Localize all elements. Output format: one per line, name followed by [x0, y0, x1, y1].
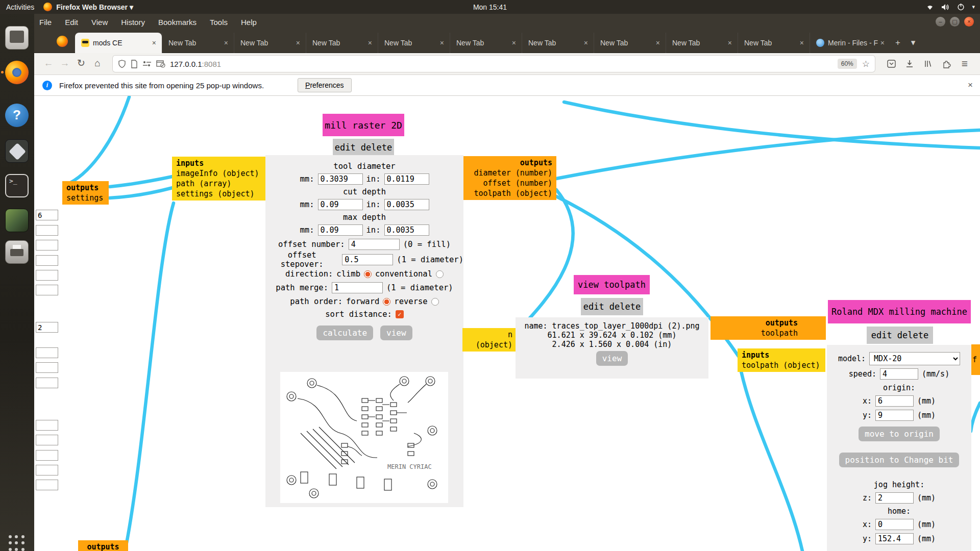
max-depth-mm-field[interactable] [318, 224, 363, 236]
clock[interactable]: Mon 15:41 [473, 3, 507, 11]
origin-y-field[interactable] [875, 410, 914, 421]
tab-new-7[interactable]: New Tab× [594, 33, 666, 53]
tab-new-8[interactable]: New Tab× [666, 33, 738, 53]
move-to-origin-button[interactable]: move to origin [859, 427, 940, 441]
mods-canvas[interactable]: outputs settings outputs mill raster 2D … [34, 96, 980, 551]
tool-diameter-mm-field[interactable] [318, 173, 363, 185]
left-module-field[interactable] [36, 420, 58, 431]
menu-history[interactable]: History [121, 18, 145, 27]
url-text[interactable]: 127.0.0.1:8081 [170, 60, 221, 68]
left-module-field[interactable] [36, 322, 58, 333]
roland-mdx-header[interactable]: Roland MDX milling machine [828, 300, 971, 323]
tab-close-icon[interactable]: × [879, 39, 886, 47]
left-module-field[interactable] [36, 225, 58, 236]
view-button[interactable]: view [380, 325, 412, 340]
maximize-button[interactable]: ▢ [950, 17, 960, 27]
tab-new-9[interactable]: New Tab× [738, 33, 810, 53]
dock-files-icon[interactable] [5, 26, 29, 49]
dock-photos-icon[interactable] [5, 209, 29, 232]
view-toolpath-header[interactable]: view toolpath [574, 275, 650, 294]
calculate-button[interactable]: calculate [316, 325, 373, 340]
tab-close-icon[interactable]: × [295, 39, 302, 47]
right-module-outputs-box-clipped[interactable]: f [971, 344, 980, 375]
cut-depth-mm-field[interactable] [318, 199, 363, 210]
menu-bookmarks[interactable]: Bookmarks [158, 18, 197, 27]
menu-help[interactable]: Help [241, 18, 257, 27]
menu-view[interactable]: View [91, 18, 108, 27]
view-toolpath-inputs-box-clipped[interactable]: n (object) [462, 328, 517, 352]
left-module-field[interactable] [36, 210, 58, 220]
output-port-toolpath[interactable]: toolpath [761, 329, 798, 338]
page-icon[interactable] [131, 60, 138, 68]
home-x-field[interactable] [875, 519, 914, 530]
climb-radio[interactable] [364, 270, 372, 278]
menu-edit[interactable]: Edit [65, 18, 78, 27]
view-toolpath-view-button[interactable]: view [596, 351, 628, 366]
show-applications-button[interactable] [9, 535, 25, 551]
home-y-field[interactable] [875, 533, 914, 544]
menu-tools[interactable]: Tools [210, 18, 228, 27]
reverse-radio[interactable] [431, 298, 439, 306]
extensions-icon[interactable] [937, 56, 955, 72]
forward-icon[interactable]: → [57, 56, 73, 72]
tab-new-6[interactable]: New Tab× [522, 33, 594, 53]
app-menu-button[interactable]: Firefox Web Browser ▾ [56, 3, 133, 11]
tab-new-2[interactable]: New Tab× [234, 33, 306, 53]
left-module-outputs-box[interactable]: outputs settings [62, 181, 109, 205]
tab-close-icon[interactable]: × [726, 39, 733, 47]
forward-radio[interactable] [383, 298, 390, 306]
tab-mods-ce[interactable]: mods CE × [75, 33, 162, 53]
cut-depth-in-field[interactable] [384, 199, 429, 210]
left-module-field[interactable] [36, 285, 58, 295]
mill-raster-outputs-box[interactable]: outputs diameter (number) offset (number… [462, 156, 556, 200]
zoom-level-badge[interactable]: 60% [838, 59, 857, 69]
max-depth-in-field[interactable] [384, 224, 429, 236]
delete-button[interactable]: delete [361, 142, 392, 153]
output-port-toolpath[interactable]: toolpath (object) [474, 189, 552, 198]
back-icon[interactable]: ← [40, 56, 57, 72]
tab-new-4[interactable]: New Tab× [378, 33, 450, 53]
tab-new-5[interactable]: New Tab× [450, 33, 522, 53]
edit-button[interactable]: edit [583, 302, 604, 312]
delete-button[interactable]: delete [609, 302, 641, 312]
left-module-field[interactable] [36, 240, 58, 251]
delete-button[interactable]: delete [897, 330, 928, 340]
left-module-field[interactable] [36, 435, 58, 445]
roland-inputs-box[interactable]: inputs toolpath (object) [738, 348, 825, 372]
edit-button[interactable]: edit [335, 142, 356, 153]
speed-field[interactable] [880, 368, 918, 380]
tab-merin-files[interactable]: Merin - Files - F × [810, 33, 890, 53]
left-module-field[interactable] [36, 465, 58, 475]
notification-close-icon[interactable]: × [968, 80, 973, 90]
left-module-field[interactable] [36, 255, 58, 266]
tab-close-icon[interactable]: × [151, 39, 158, 47]
offset-stepover-field[interactable] [342, 254, 393, 265]
activities-button[interactable]: Activities [6, 3, 34, 11]
mill-raster-inputs-box[interactable]: inputs imageInfo (object) path (array) s… [172, 157, 266, 201]
edit-button[interactable]: edit [871, 330, 892, 340]
preferences-button[interactable]: Preferences [298, 78, 352, 92]
system-tray[interactable]: ▾ [926, 0, 975, 14]
view-toolpath-outputs-box[interactable]: outputs toolpath [710, 316, 826, 340]
tab-close-icon[interactable]: × [582, 39, 590, 47]
new-tab-button[interactable]: + [890, 33, 905, 53]
shield-icon[interactable] [118, 60, 126, 68]
left-module-field[interactable] [36, 378, 58, 388]
dock-inkscape-icon[interactable] [5, 139, 29, 163]
toolpath-preview-image[interactable]: MERIN CYRIAC [280, 372, 448, 503]
offset-number-field[interactable] [349, 239, 400, 250]
tab-close-icon[interactable]: × [438, 39, 446, 47]
sort-distance-checkbox[interactable]: ✓ [396, 310, 404, 318]
pocket-icon[interactable] [882, 56, 900, 72]
reload-icon[interactable]: ↻ [73, 56, 89, 72]
app-menu-icon[interactable]: ≡ [955, 56, 974, 72]
tab-list-button[interactable]: ▾ [905, 33, 921, 53]
left-module-field[interactable] [36, 362, 58, 373]
output-port-offset[interactable]: offset (number) [483, 179, 552, 188]
output-port-settings[interactable]: settings [66, 193, 103, 203]
conventional-radio[interactable] [436, 270, 444, 278]
permissions-icon[interactable] [142, 60, 152, 67]
jog-z-field[interactable] [875, 492, 914, 504]
left-module-field[interactable] [36, 450, 58, 461]
close-button[interactable]: × [964, 17, 974, 27]
